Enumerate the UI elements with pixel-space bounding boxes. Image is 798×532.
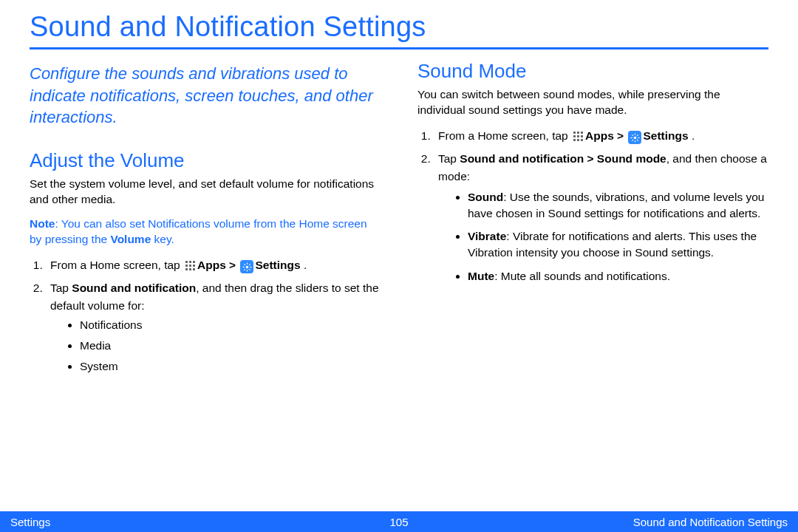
title-rule xyxy=(30,47,768,50)
svg-rect-2 xyxy=(247,270,248,271)
svg-rect-5 xyxy=(249,264,250,265)
step1-a: From a Home screen, tap xyxy=(438,129,571,142)
svg-rect-6 xyxy=(244,269,245,270)
list-item: System xyxy=(80,357,381,376)
heading-adjust-volume: Adjust the Volume xyxy=(30,149,381,172)
footer-left: Settings xyxy=(10,516,50,528)
svg-rect-15 xyxy=(632,140,633,141)
svg-rect-17 xyxy=(637,140,638,141)
svg-rect-3 xyxy=(243,267,245,267)
volume-targets: Notifications Media System xyxy=(50,316,381,377)
intro-text: Configure the sounds and vibrations used… xyxy=(30,63,381,129)
mode-text: : Vibrate for notifications and alerts. … xyxy=(468,230,757,259)
mode-text: : Use the sounds, vibrations, and volume… xyxy=(468,191,764,219)
list-item: Vibrate: Vibrate for notifications and a… xyxy=(468,228,768,260)
step-1: From a Home screen, tap Apps > Settings … xyxy=(46,256,381,274)
step2-bold: Sound and notification > Sound mode xyxy=(460,152,666,165)
step1-b: > xyxy=(614,129,627,142)
svg-rect-8 xyxy=(249,269,250,270)
step2-a: Tap xyxy=(438,152,460,165)
step2-bold: Sound and notification xyxy=(72,282,196,294)
step1-b: > xyxy=(226,259,239,271)
step1-settings: Settings xyxy=(643,129,688,142)
svg-rect-11 xyxy=(635,140,635,142)
list-item: Media xyxy=(80,336,381,355)
svg-rect-4 xyxy=(250,267,251,267)
step1-apps: Apps xyxy=(197,259,226,271)
sound-mode-desc: You can switch between sound modes, whil… xyxy=(417,87,768,118)
footer-right: Sound and Notification Settings xyxy=(633,516,788,528)
page-title: Sound and Notification Settings xyxy=(30,11,768,43)
svg-rect-14 xyxy=(637,134,638,136)
adjust-volume-desc: Set the system volume level, and set def… xyxy=(30,177,381,208)
svg-point-0 xyxy=(246,266,248,268)
svg-rect-12 xyxy=(631,137,632,138)
adjust-volume-steps: From a Home screen, tap Apps > Settings … xyxy=(30,256,381,377)
step1-settings: Settings xyxy=(255,259,300,271)
step2-a: Tap xyxy=(50,282,72,294)
step-1: From a Home screen, tap Apps > Settings … xyxy=(434,127,768,145)
step1-c: . xyxy=(301,259,307,271)
note-bold: Volume xyxy=(110,233,151,245)
left-column: Configure the sounds and vibrations used… xyxy=(30,60,381,383)
list-item: Mute: Mute all sounds and notifications. xyxy=(468,268,768,284)
step1-a: From a Home screen, tap xyxy=(50,259,183,271)
mode-name: Vibrate xyxy=(468,230,506,242)
list-item: Sound: Use the sounds, vibrations, and v… xyxy=(468,189,768,221)
svg-rect-16 xyxy=(632,134,633,136)
note-text: Note: You can also set Notifications vol… xyxy=(30,216,381,248)
step-2: Tap Sound and notification, and then dra… xyxy=(46,279,381,377)
note-lead: Note xyxy=(30,217,55,230)
step1-c: . xyxy=(689,129,695,142)
step-2: Tap Sound and notification > Sound mode,… xyxy=(434,150,768,284)
apps-icon xyxy=(573,131,584,142)
right-column: Sound Mode You can switch between sound … xyxy=(417,60,768,383)
apps-icon xyxy=(185,260,196,271)
svg-rect-10 xyxy=(635,133,635,134)
step1-apps: Apps xyxy=(585,129,614,142)
sound-mode-steps: From a Home screen, tap Apps > Settings … xyxy=(417,127,768,284)
mode-name: Mute xyxy=(468,270,494,282)
list-item: Notifications xyxy=(80,316,381,335)
settings-icon xyxy=(628,131,641,144)
page-footer: Settings 105 Sound and Notification Sett… xyxy=(0,511,798,532)
mode-list: Sound: Use the sounds, vibrations, and v… xyxy=(438,189,768,284)
settings-icon xyxy=(240,260,253,273)
mode-text: : Mute all sounds and notifications. xyxy=(494,270,670,282)
svg-rect-13 xyxy=(638,137,639,138)
svg-rect-1 xyxy=(247,262,248,264)
mode-name: Sound xyxy=(468,191,503,203)
note-tail: key. xyxy=(151,233,174,245)
note-body: : You can also set Notifications volume … xyxy=(30,217,367,245)
svg-point-9 xyxy=(634,137,636,139)
svg-rect-7 xyxy=(244,264,245,265)
heading-sound-mode: Sound Mode xyxy=(417,60,768,83)
